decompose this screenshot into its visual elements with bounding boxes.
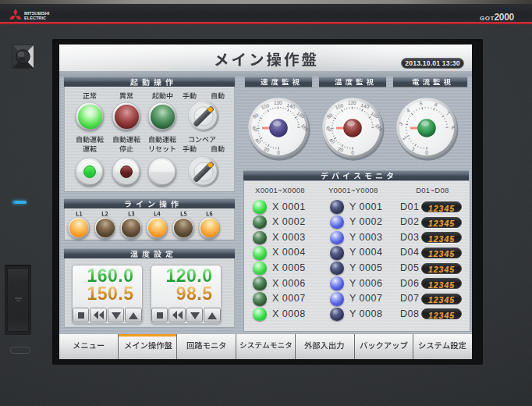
svg-text:120: 120 — [274, 100, 282, 105]
svg-text:GOT: GOT — [480, 15, 495, 22]
svg-text:120: 120 — [347, 100, 356, 105]
svg-text:0: 0 — [351, 150, 354, 155]
svg-text:MITSUBISHI: MITSUBISHI — [24, 11, 50, 16]
svg-text:0: 0 — [425, 150, 428, 155]
svg-text:2000: 2000 — [495, 12, 515, 23]
svg-text:0: 0 — [277, 150, 280, 155]
svg-text:ELECTRIC: ELECTRIC — [24, 16, 46, 20]
